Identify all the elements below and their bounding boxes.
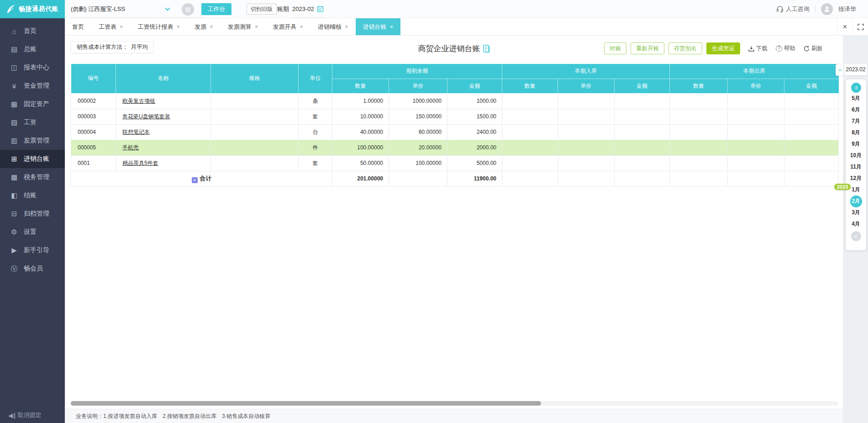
sidebar-item[interactable]: ¥ 资金管理 (0, 77, 65, 95)
tab-close-icon[interactable]: × (390, 23, 394, 30)
sidebar-item-label: 设置 (24, 228, 37, 236)
col-header-price[interactable]: 单价 (389, 79, 447, 93)
scrollbar-thumb[interactable] (71, 401, 541, 406)
tab-close-icon[interactable]: × (120, 23, 123, 30)
month-item[interactable]: 9月 (846, 138, 866, 150)
tab[interactable]: 进销稽核 × (310, 18, 356, 35)
sidebar-item[interactable]: ◫ 报表中心 (0, 58, 65, 77)
table-row[interactable]: 000004 联想笔记本 台 40.00000 60.00000 2400.00 (71, 124, 839, 140)
cell-outbound-amount (784, 93, 839, 109)
live-support-button[interactable]: 人工咨询 (776, 5, 810, 13)
month-item[interactable]: 8月 (846, 127, 866, 138)
sidebar-item[interactable]: ▥ 发票管理 (0, 132, 65, 150)
tab-close-icon[interactable]: × (345, 23, 348, 30)
tab[interactable]: 工资表 × (91, 18, 131, 35)
col-header-qty[interactable]: 数量 (332, 79, 389, 93)
month-item[interactable]: 2月 (846, 196, 866, 207)
table-row[interactable]: 000003 青花瓷U盘钢笔套装 套 10.00000 150.00000 15… (71, 109, 839, 124)
tab[interactable]: 发票开具 × (265, 18, 310, 35)
col-header-price[interactable]: 单价 (728, 79, 784, 93)
tab[interactable]: 首页 (65, 18, 91, 35)
month-item[interactable]: 5月 (846, 93, 866, 104)
col-header-amount[interactable]: 金额 (784, 79, 839, 93)
cell-name-link[interactable]: 手机壳 (116, 140, 211, 155)
col-header-spec[interactable]: 规格 (211, 64, 299, 93)
cell-name-link[interactable]: 青花瓷U盘钢笔套装 (116, 109, 211, 124)
tab-close-icon[interactable]: × (177, 23, 180, 30)
col-header-code[interactable]: 编号 (71, 64, 116, 93)
tab[interactable]: 工资统计报表 × (131, 18, 188, 35)
month-item[interactable]: 10月 (846, 150, 866, 161)
cell-name-link[interactable]: 联想笔记本 (116, 124, 211, 140)
cell-spec (211, 155, 299, 171)
col-header-amount[interactable]: 金额 (447, 79, 502, 93)
month-item[interactable]: 6月 (846, 104, 866, 116)
cell-name-link[interactable]: 精品茶具5件套 (116, 155, 211, 171)
col-header-unit[interactable]: 单位 (299, 64, 332, 93)
table-row[interactable]: 0001 精品茶具5件套 套 50.00000 100.00000 5000.0… (71, 155, 839, 171)
fullscreen-icon[interactable] (852, 18, 868, 36)
table-row[interactable]: 000005 手机壳 件 100.00000 20.00000 2000.00 (71, 140, 839, 155)
sidebar-item[interactable]: ▶ 新手引导 (0, 241, 65, 259)
sidebar-item[interactable]: ◧ 结账 (0, 186, 65, 205)
unpin-sidebar-button[interactable]: ◀∥ 取消固定 (8, 411, 42, 419)
col-header-amount[interactable]: 金额 (615, 79, 670, 93)
month-item[interactable]: 3月 (846, 207, 866, 218)
cell-name-link[interactable]: 欧美复古项链 (116, 93, 211, 109)
col-header-price[interactable]: 单价 (558, 79, 615, 93)
generate-voucher-button[interactable]: 生成凭证 (706, 42, 740, 54)
cell-opening-qty: 1.00000 (332, 93, 389, 109)
sidebar-item[interactable]: ⚙ 设置 (0, 223, 65, 241)
cell-outbound-qty (670, 124, 728, 140)
workbench-button[interactable]: 工作台 (201, 3, 231, 15)
notice-badge-icon[interactable]: ▤ (182, 3, 194, 16)
month-item[interactable]: 11月 (846, 161, 866, 173)
month-item[interactable]: 4月 (846, 218, 866, 230)
scroll-months-up-icon[interactable]: » (851, 83, 861, 93)
refresh-button[interactable]: 刷新 (804, 45, 823, 53)
inventory-alias-button[interactable]: 存货别名 (668, 42, 702, 54)
cell-opening-qty: 10.00000 (332, 109, 389, 124)
switch-old-version-button[interactable]: 切到旧版 (247, 4, 277, 15)
help-button[interactable]: ? 帮助 (776, 45, 795, 53)
download-button[interactable]: 下载 (748, 45, 768, 53)
cell-opening-price: 100.00000 (389, 155, 447, 171)
col-header-qty[interactable]: 数量 (670, 79, 728, 93)
sidebar-item-icon: ⚙ (10, 228, 18, 236)
logo-text: 畅捷通易代账 (19, 5, 58, 13)
tab[interactable]: 发票 × (187, 18, 221, 35)
avatar[interactable] (821, 3, 833, 15)
tab-close-icon[interactable]: × (210, 23, 213, 30)
cell-opening-qty: 50.00000 (332, 155, 389, 171)
table-row[interactable]: 000002 欧美复古项链 条 1.00000 1000.00000 1000.… (71, 93, 839, 109)
sidebar-item[interactable]: ▦ 固定资产 (0, 95, 65, 113)
month-item[interactable]: 7月 (846, 116, 866, 127)
tab-close-icon[interactable]: × (300, 23, 303, 30)
col-header-name[interactable]: 名称 (116, 64, 211, 93)
sidebar-item[interactable]: ▩ 税务管理 (0, 168, 65, 186)
collapse-panel-handle[interactable]: » (836, 64, 843, 76)
sidebar-item[interactable]: ⌂ 首页 (0, 22, 65, 40)
cell-inbound-price (558, 109, 615, 124)
username[interactable]: 徐泽华 (838, 5, 856, 13)
reopen-account-button[interactable]: 重新开账 (631, 42, 664, 54)
live-support-label: 人工咨询 (786, 5, 810, 13)
sidebar-item-icon: ◧ (10, 191, 18, 200)
cost-method-value: 月平均 (131, 44, 148, 50)
sidebar-item[interactable]: ⊞ 进销台账 (0, 150, 65, 168)
sidebar-item[interactable]: ▤ 总账 (0, 40, 65, 58)
col-header-qty[interactable]: 数量 (502, 79, 558, 93)
tab-close-icon[interactable]: × (255, 23, 258, 30)
sidebar-item[interactable]: ⊟ 归档管理 (0, 205, 65, 223)
tab[interactable]: 发票测算 × (221, 18, 266, 35)
month-item[interactable]: 12月 (846, 173, 866, 184)
close-all-tabs-icon[interactable]: × (837, 18, 852, 36)
sidebar-item[interactable]: ▨ 工资 (0, 113, 65, 132)
scroll-months-down-icon[interactable]: » (851, 231, 861, 241)
sidebar-item-label: 新手引导 (24, 246, 49, 254)
sidebar-item[interactable]: Ⓥ 畅会员 (0, 259, 65, 278)
period-date-picker[interactable]: 2023-02 (292, 0, 326, 18)
tab[interactable]: 进销台账 × (356, 18, 401, 35)
tab-label: 工资表 (99, 23, 116, 31)
reconcile-button[interactable]: 对账 (604, 42, 626, 54)
